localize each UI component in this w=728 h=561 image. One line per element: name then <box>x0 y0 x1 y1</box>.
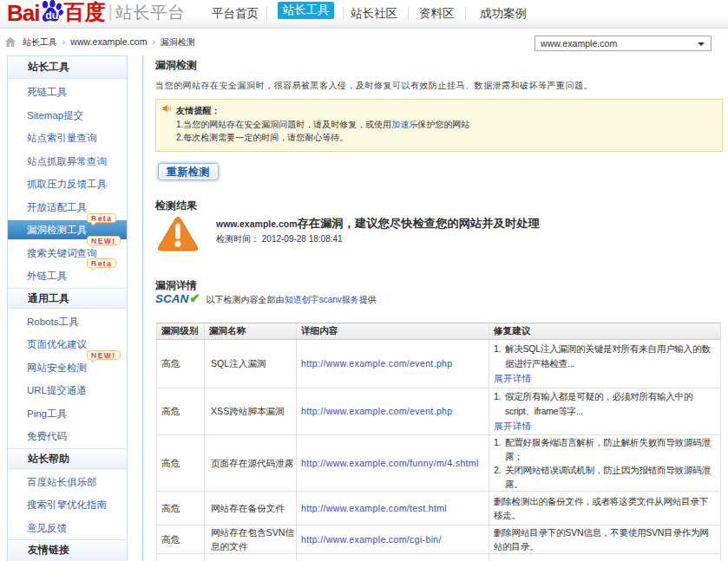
svg-text:du: du <box>46 10 59 22</box>
